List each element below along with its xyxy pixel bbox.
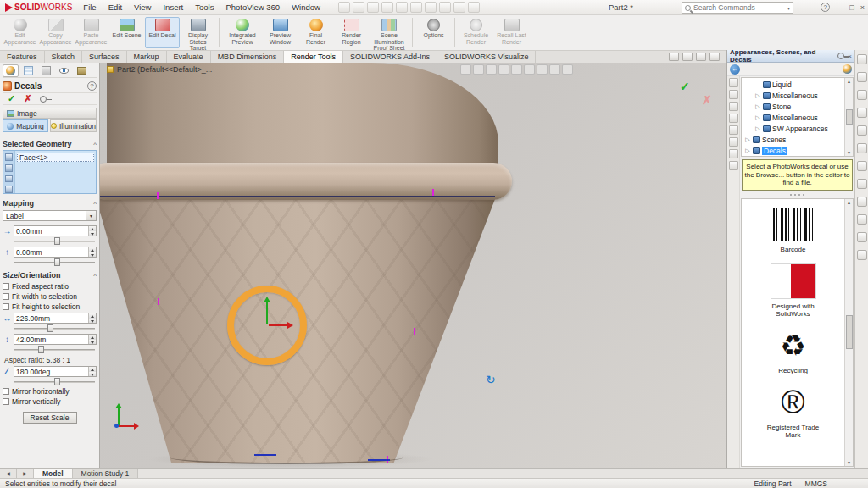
decal-handle-tick[interactable] [414, 328, 415, 335]
select-surface-icon[interactable] [5, 164, 13, 172]
spinner-buttons[interactable] [88, 335, 96, 344]
pm-tab-illumination[interactable]: Illumination [50, 119, 97, 132]
pm-tab-mapping[interactable]: Mapping [3, 119, 48, 132]
decal-height-slider[interactable] [14, 346, 95, 353]
fit-width-checkbox[interactable]: Fit width to selection [3, 291, 97, 301]
cup-upper-wall[interactable] [107, 63, 498, 169]
scroll-up-icon[interactable]: ▲ [847, 79, 851, 84]
scroll-down-icon[interactable]: ▼ [847, 460, 851, 465]
property-manager-tab[interactable] [3, 64, 19, 77]
integrated-preview-button[interactable]: Integrated Preview [223, 17, 262, 48]
select-icon[interactable] [425, 2, 437, 13]
display-manager-tab[interactable] [56, 64, 72, 77]
motion-study-tab[interactable]: Motion Study 1 [73, 469, 139, 478]
hide-show-items-icon[interactable] [537, 64, 548, 75]
tree-item-sw-appearances[interactable]: ▷SW Appearances [742, 123, 844, 134]
tab-sketch[interactable]: Sketch [45, 51, 83, 63]
tree-item-liquid[interactable]: Liquid [742, 79, 844, 90]
minimize-icon[interactable]: — [836, 3, 843, 12]
render-options-button[interactable]: Options [416, 17, 451, 48]
strip-resources-icon[interactable] [857, 54, 867, 64]
geometry-list-item[interactable]: Face<1> [17, 152, 94, 162]
ok-button[interactable]: ✓ [8, 93, 15, 104]
display-states-target-button[interactable]: Display States Target [181, 17, 215, 48]
sw-resources-icon[interactable] [729, 78, 738, 87]
strip-settings-icon[interactable] [857, 197, 867, 207]
task-pane-pin-icon[interactable] [837, 53, 844, 59]
edit-appearance-button[interactable]: Edit Appearance [3, 17, 37, 48]
tab-markup[interactable]: Markup [127, 51, 167, 63]
select-face-icon[interactable] [5, 153, 13, 161]
mirror-horizontally-checkbox[interactable]: Mirror horizontally [3, 386, 97, 396]
graphics-viewport[interactable]: ↻ ✓ ✗ Part2 (Default<<Default>_... [100, 63, 726, 468]
pane-splitter[interactable] [740, 192, 854, 198]
edit-scene-button[interactable]: Edit Scene [109, 17, 144, 48]
decal-item-barcode[interactable]: Barcode [770, 206, 817, 253]
tab-scroll-left-icon[interactable]: ◀ [0, 469, 17, 478]
pin-icon[interactable] [40, 96, 47, 103]
final-render-button[interactable]: Final Render [298, 17, 333, 48]
size-orientation-header[interactable]: Size/Orientation^ [3, 270, 97, 280]
copy-appearance-button[interactable]: Copy Appearance [38, 17, 73, 48]
recall-last-render-button[interactable]: Recall Last Render [494, 17, 529, 48]
decal-x-axis-arrow[interactable] [269, 324, 287, 326]
design-library-icon[interactable] [729, 90, 738, 99]
save-icon[interactable] [367, 2, 379, 13]
decal-handle-tick[interactable] [157, 192, 159, 199]
select-plane-icon[interactable] [5, 186, 13, 193]
appearance-target-icon[interactable] [843, 64, 852, 74]
spinner-buttons[interactable] [88, 313, 96, 323]
close-icon[interactable]: × [860, 3, 865, 12]
undo-icon[interactable] [396, 2, 408, 13]
reset-scale-button[interactable]: Reset Scale [23, 412, 77, 424]
tab-mbd-dimensions[interactable]: MBD Dimensions [211, 51, 285, 63]
selected-geometry-header[interactable]: Selected Geometry^ [3, 139, 97, 149]
scroll-down-icon[interactable]: ▼ [847, 150, 851, 155]
decal-item-designed-with-solidworks[interactable]: Designed with SolidWorks [764, 263, 823, 318]
new-document-icon[interactable] [338, 2, 350, 13]
pm-tab-image[interactable]: Image [3, 108, 97, 119]
view-palette-icon[interactable] [729, 114, 738, 123]
file-explorer-icon[interactable] [729, 102, 738, 111]
vertical-offset-input[interactable] [14, 247, 88, 257]
tab-evaluate[interactable]: Evaluate [167, 51, 211, 63]
fixed-aspect-ratio-checkbox[interactable]: Fixed aspect ratio [3, 281, 97, 291]
menu-file[interactable]: File [77, 0, 102, 15]
decal-width-input[interactable] [14, 313, 88, 323]
breadcrumb[interactable]: Part2 (Default<<Default>_... [107, 65, 212, 74]
model-tab[interactable]: Model [34, 469, 73, 478]
view-orientation-icon[interactable] [511, 64, 522, 75]
feature-manager-tab[interactable] [20, 64, 36, 77]
vertical-offset-slider[interactable] [14, 258, 95, 266]
spinner-buttons[interactable] [88, 367, 96, 376]
scroll-up-icon[interactable]: ▲ [847, 200, 851, 205]
schedule-render-button[interactable]: Schedule Render [459, 17, 493, 48]
select-body-icon[interactable] [5, 175, 13, 183]
strip-help-icon[interactable] [857, 232, 867, 242]
search-dropdown-icon[interactable]: ▾ [787, 5, 790, 11]
scrollbar-thumb[interactable] [846, 109, 853, 125]
decal-y-axis-arrow[interactable] [266, 302, 268, 324]
configuration-manager-tab[interactable] [38, 64, 54, 77]
options-icon[interactable] [468, 2, 480, 13]
rebuild-icon[interactable] [439, 2, 451, 13]
strip-tools-icon[interactable] [857, 179, 867, 189]
viewport-close-icon[interactable] [709, 53, 720, 61]
strip-messages-icon[interactable] [857, 214, 867, 225]
paste-appearance-button[interactable]: Paste Appearance [74, 17, 108, 48]
strip-palette-icon[interactable] [857, 108, 867, 118]
edit-decal-button[interactable]: Edit Decal [145, 17, 180, 48]
floating-cancel-icon[interactable]: ✗ [702, 93, 712, 107]
floating-ok-icon[interactable]: ✓ [680, 80, 690, 93]
scrollbar-thumb[interactable] [846, 315, 853, 349]
preview-window-button[interactable]: Preview Window [263, 17, 298, 48]
tree-item-miscellaneous-2[interactable]: ▷Miscellaneous [742, 112, 844, 123]
previous-view-icon[interactable] [486, 64, 497, 75]
forum-icon[interactable] [729, 149, 738, 158]
mapping-type-dropdown[interactable]: Label ▾ [3, 210, 97, 221]
tree-item-stone[interactable]: ▷Stone [742, 101, 844, 112]
strip-collapse-icon[interactable] [857, 250, 867, 260]
zoom-area-icon[interactable] [473, 64, 484, 75]
horizontal-offset-input[interactable] [14, 226, 88, 236]
menu-tools[interactable]: Tools [189, 0, 220, 15]
